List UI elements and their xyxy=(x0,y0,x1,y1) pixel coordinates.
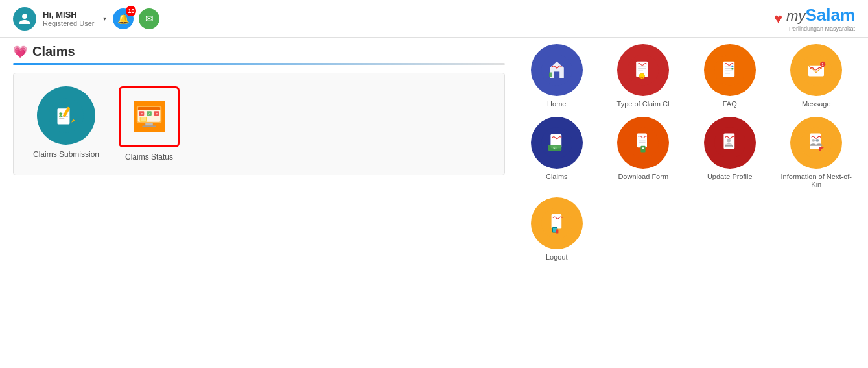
svg-rect-14 xyxy=(138,107,161,110)
svg-text:✕: ✕ xyxy=(156,112,158,116)
download-form-label: Download Form xyxy=(618,173,668,180)
svg-text:1: 1 xyxy=(822,62,824,66)
claims-status-item[interactable]: ✕ ✓ ✕ Claim xyxy=(119,86,180,162)
update-profile-icon-circle xyxy=(704,117,756,169)
logo-text: my Salam xyxy=(786,5,855,25)
svg-rect-28 xyxy=(555,73,558,78)
info-kin-label: Information of Next-of-Kin xyxy=(778,173,856,188)
type-claim-icon-circle xyxy=(617,44,669,96)
left-panel: 💗 Claims ✓ xyxy=(13,44,505,261)
notification-badge: 10 xyxy=(126,6,136,16)
svg-text:$: $ xyxy=(553,147,555,150)
main-content: 💗 Claims ✓ xyxy=(0,38,868,267)
title-divider xyxy=(13,63,505,65)
right-panel: Home xyxy=(518,44,855,261)
claims-status-selected-border: ✕ ✓ ✕ xyxy=(119,86,180,147)
svg-text:✕: ✕ xyxy=(141,112,143,116)
avatar[interactable] xyxy=(13,7,36,31)
logout-label: Logout xyxy=(546,253,568,261)
nav-grid: Home xyxy=(518,44,855,261)
claims-submission-item[interactable]: ✓ ✓ Claims Submission xyxy=(33,86,99,162)
nav-download-form[interactable]: Download Form xyxy=(605,117,683,188)
svg-rect-29 xyxy=(549,73,552,77)
svg-point-69 xyxy=(812,139,815,142)
header-icons: 🔔 10 ✉ xyxy=(113,8,159,29)
update-profile-label: Update Profile xyxy=(707,173,753,180)
download-form-icon-circle xyxy=(617,117,669,169)
mail-icon[interactable]: ✉ xyxy=(139,8,159,29)
chevron-down-icon[interactable]: ▾ xyxy=(103,15,106,22)
svg-rect-71 xyxy=(819,147,821,151)
logout-icon-circle xyxy=(531,197,583,249)
svg-text:✓: ✓ xyxy=(60,116,62,118)
svg-rect-74 xyxy=(551,214,561,229)
svg-text:✓: ✓ xyxy=(148,112,150,116)
claims-submission-label: Claims Submission xyxy=(33,150,99,159)
home-label: Home xyxy=(547,100,566,108)
logo-my: my xyxy=(786,8,805,25)
logo: ♥ my Salam Perlindungan Masyarakat xyxy=(774,5,855,32)
nav-faq[interactable]: FAQ xyxy=(691,44,769,108)
claims-status-icon: ✕ ✓ ✕ xyxy=(123,91,175,143)
nav-claims[interactable]: $ Claims xyxy=(518,117,596,188)
claims-icon-circle: $ xyxy=(531,117,583,169)
svg-point-64 xyxy=(727,138,731,142)
claims-submission-icon: ✓ ✓ xyxy=(37,86,95,145)
claims-heart-icon: 💗 xyxy=(13,45,27,59)
user-role: Registered User xyxy=(43,19,94,27)
svg-rect-45 xyxy=(731,66,733,67)
svg-rect-68 xyxy=(810,134,821,149)
logo-salam: Salam xyxy=(805,5,855,25)
notification-bell[interactable]: 🔔 10 xyxy=(113,8,134,29)
nav-home[interactable]: Home xyxy=(518,44,596,108)
message-icon-circle: 1 xyxy=(790,44,842,96)
claims-status-label: Claims Status xyxy=(125,153,173,162)
page-title: Claims xyxy=(32,44,75,59)
faq-label: FAQ xyxy=(723,100,737,108)
faq-icon-circle xyxy=(704,44,756,96)
message-label: Message xyxy=(802,100,831,108)
home-icon-circle xyxy=(531,44,583,96)
claims-label: Claims xyxy=(546,173,568,180)
header: Hi, MISH Registered User ▾ 🔔 10 ✉ ♥ my S… xyxy=(0,0,868,38)
nav-update-profile[interactable]: Update Profile xyxy=(691,117,769,188)
user-info: Hi, MISH Registered User xyxy=(43,10,94,27)
nav-message[interactable]: 1 Message xyxy=(778,44,856,108)
svg-point-35 xyxy=(639,73,644,79)
svg-rect-22 xyxy=(142,125,156,127)
nav-logout[interactable]: Logout xyxy=(518,197,596,261)
svg-rect-24 xyxy=(141,117,147,121)
info-kin-icon-circle xyxy=(790,117,842,169)
svg-point-70 xyxy=(816,139,819,142)
svg-rect-44 xyxy=(731,68,733,69)
nav-info-kin[interactable]: Information of Next-of-Kin xyxy=(778,117,856,188)
claims-grid: ✓ ✓ Claims Submission xyxy=(13,73,505,175)
user-name: Hi, MISH xyxy=(43,10,94,19)
nav-type-claim[interactable]: Type of Claim CI xyxy=(605,44,683,108)
logo-tagline: Perlindungan Masyarakat xyxy=(786,25,855,32)
svg-rect-77 xyxy=(556,230,559,234)
logo-heart-icon: ♥ xyxy=(774,10,782,27)
header-left: Hi, MISH Registered User ▾ 🔔 10 ✉ xyxy=(13,7,159,31)
type-claim-label: Type of Claim CI xyxy=(617,100,670,108)
page-title-row: 💗 Claims xyxy=(13,44,505,59)
svg-rect-21 xyxy=(145,123,153,126)
